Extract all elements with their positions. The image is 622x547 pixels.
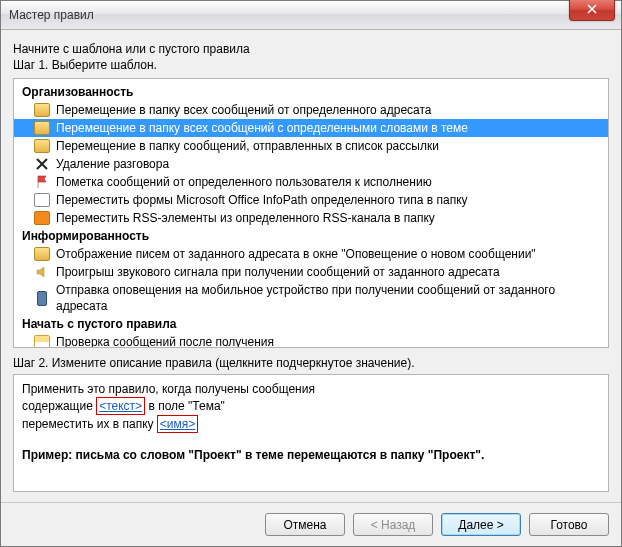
cancel-button[interactable]: Отмена	[265, 513, 345, 536]
template-label: Переместить формы Microsoft Office InfoP…	[56, 192, 468, 208]
template-item[interactable]: Проигрыш звукового сигнала при получении…	[14, 263, 608, 281]
rule-description: Применить это правило, когда получены со…	[13, 374, 609, 492]
template-label: Перемещение в папку всех сообщений от оп…	[56, 102, 432, 118]
rules-wizard-window: Мастер правил Начните с шаблона или с пу…	[0, 0, 622, 547]
template-item[interactable]: Перемещение в папку сообщений, отправлен…	[14, 137, 608, 155]
close-button[interactable]	[569, 0, 615, 21]
alert-icon	[34, 246, 50, 262]
desc-line2: содержащие <текст> в поле "Тема"	[22, 397, 600, 415]
template-label: Переместить RSS-элементы из определенног…	[56, 210, 435, 226]
form-icon	[34, 192, 50, 208]
template-label: Перемещение в папку всех сообщений с опр…	[56, 120, 468, 136]
dialog-body: Начните с шаблона или с пустого правила …	[1, 30, 621, 502]
template-item[interactable]: Переместить RSS-элементы из определенног…	[14, 209, 608, 227]
sound-icon	[34, 264, 50, 280]
template-item[interactable]: Перемещение в папку всех сообщений с опр…	[14, 119, 608, 137]
step2-label: Шаг 2. Измените описание правила (щелкни…	[13, 356, 609, 370]
rss-icon	[34, 210, 50, 226]
flag-icon	[34, 174, 50, 190]
mobile-icon	[34, 290, 50, 306]
dialog-footer: Отмена < Назад Далее > Готово	[1, 502, 621, 546]
template-item[interactable]: Отправка оповещения на мобильное устройс…	[14, 281, 608, 315]
close-icon	[587, 3, 597, 17]
template-label: Отправка оповещения на мобильное устройс…	[56, 282, 600, 314]
back-button[interactable]: < Назад	[353, 513, 433, 536]
mail-in-icon	[34, 334, 50, 348]
template-list[interactable]: Организованность Перемещение в папку все…	[13, 78, 609, 348]
template-item[interactable]: Отображение писем от заданного адресата …	[14, 245, 608, 263]
intro-line1: Начните с шаблона или с пустого правила	[13, 42, 609, 56]
group-header-info: Информированность	[14, 227, 608, 245]
template-label: Проигрыш звукового сигнала при получении…	[56, 264, 500, 280]
template-label: Пометка сообщений от определенного польз…	[56, 174, 432, 190]
template-item[interactable]: Переместить формы Microsoft Office InfoP…	[14, 191, 608, 209]
group-header-org: Организованность	[14, 83, 608, 101]
template-item[interactable]: Удаление разговора	[14, 155, 608, 173]
titlebar: Мастер правил	[1, 1, 621, 30]
template-label: Отображение писем от заданного адресата …	[56, 246, 536, 262]
window-title: Мастер правил	[9, 8, 94, 22]
placeholder-folder-link[interactable]: <имя>	[160, 417, 195, 431]
group-header-blank: Начать с пустого правила	[14, 315, 608, 333]
template-label: Перемещение в папку сообщений, отправлен…	[56, 138, 439, 154]
template-item[interactable]: Пометка сообщений от определенного польз…	[14, 173, 608, 191]
template-label: Проверка сообщений после получения	[56, 334, 274, 348]
template-item[interactable]: Проверка сообщений после получения	[14, 333, 608, 348]
intro-line2: Шаг 1. Выберите шаблон.	[13, 58, 609, 72]
folder-move-icon	[34, 138, 50, 154]
next-button[interactable]: Далее >	[441, 513, 521, 536]
template-label: Удаление разговора	[56, 156, 169, 172]
template-item[interactable]: Перемещение в папку всех сообщений от оп…	[14, 101, 608, 119]
finish-button[interactable]: Готово	[529, 513, 609, 536]
placeholder-text-link[interactable]: <текст>	[99, 399, 142, 413]
desc-line3: переместить их в папку <имя>	[22, 415, 600, 433]
folder-move-icon	[34, 102, 50, 118]
folder-move-icon	[34, 120, 50, 136]
desc-line1: Применить это правило, когда получены со…	[22, 381, 600, 397]
desc-example: Пример: письма со словом "Проект" в теме…	[22, 447, 600, 463]
delete-icon	[34, 156, 50, 172]
